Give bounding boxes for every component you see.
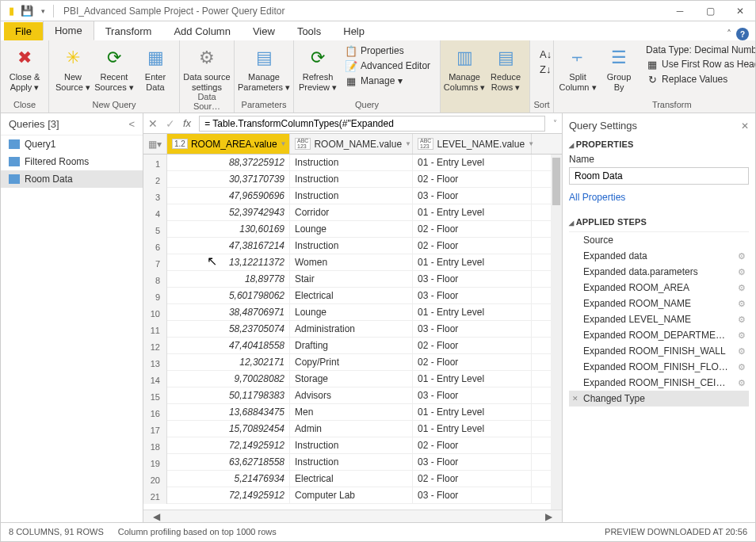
applied-step[interactable]: Source (569, 232, 749, 248)
cell-level[interactable]: 03 - Floor (413, 487, 532, 503)
table-row[interactable]: 647,38167214Instruction02 - Floor (143, 238, 562, 254)
cell-name[interactable]: Instruction (290, 238, 413, 254)
applied-step[interactable]: Expanded ROOM_NAME⚙ (569, 296, 749, 311)
table-row[interactable]: 1715,70892454Admin01 - Entry Level (143, 421, 562, 437)
cell-name[interactable]: Instruction (290, 188, 413, 204)
data-type-button[interactable]: Data Type: Decimal Number ▾ (643, 44, 756, 56)
table-row[interactable]: 452,39742943Corridor01 - Entry Level (143, 204, 562, 221)
cell-area[interactable]: 13,12211372 (167, 254, 290, 270)
cell-level[interactable]: 02 - Floor (413, 221, 532, 237)
row-header[interactable]: 7 (143, 254, 167, 271)
gear-icon[interactable]: ⚙ (738, 251, 746, 261)
maximize-button[interactable]: ▢ (695, 1, 725, 21)
row-header[interactable]: 10 (143, 304, 167, 321)
cell-name[interactable]: Copy/Print (290, 354, 413, 370)
cell-area[interactable]: 18,89778 (167, 271, 290, 287)
cell-level[interactable]: 02 - Floor (413, 471, 532, 487)
vertical-scrollbar[interactable] (551, 155, 562, 510)
applied-step[interactable]: Expanded LEVEL_NAME⚙ (569, 311, 749, 327)
cell-name[interactable]: Instruction (290, 454, 413, 470)
gear-icon[interactable]: ⚙ (738, 267, 746, 277)
applied-step[interactable]: Expanded ROOM_FINISH_FLO…⚙ (569, 359, 749, 375)
cell-level[interactable]: 02 - Floor (413, 338, 532, 353)
gear-icon[interactable]: ⚙ (738, 378, 746, 388)
collapse-ribbon-icon[interactable]: ˄ (727, 29, 731, 40)
row-header[interactable]: 6 (143, 238, 167, 254)
refresh-preview-button[interactable]: ⟳Refresh Preview ▾ (297, 42, 338, 100)
tab-transform[interactable]: Transform (94, 22, 163, 40)
row-header[interactable]: 14 (143, 371, 167, 387)
save-icon[interactable]: 💾 (20, 4, 34, 18)
row-header[interactable]: 17 (143, 421, 167, 437)
applied-steps-section[interactable]: APPLIED STEPS (569, 212, 749, 228)
gear-icon[interactable]: ⚙ (738, 330, 746, 341)
collapse-queries-icon[interactable]: < (128, 118, 135, 130)
enter-data-button[interactable]: ▦Enter Data (135, 42, 176, 100)
row-header[interactable]: 3 (143, 188, 167, 204)
row-header[interactable]: 21 (143, 487, 167, 504)
cell-level[interactable]: 03 - Floor (413, 271, 532, 287)
manage-parameters-button[interactable]: ▤Manage Parameters ▾ (238, 42, 290, 100)
table-corner-icon[interactable]: ▦▾ (143, 134, 167, 154)
table-row[interactable]: 1158,23705074Administration03 - Floor (143, 321, 562, 338)
sort-asc-button[interactable]: A↓ (536, 47, 547, 61)
cell-name[interactable]: Instruction (290, 437, 413, 453)
tab-tools[interactable]: Tools (286, 22, 332, 40)
qat-chevron-icon[interactable]: ▾ (36, 4, 50, 18)
split-column-button[interactable]: ⫟Split Column ▾ (557, 42, 598, 100)
row-header[interactable]: 11 (143, 321, 167, 338)
table-row[interactable]: 713,12211372Women01 - Entry Level (143, 254, 562, 271)
cell-name[interactable]: Lounge (290, 304, 413, 320)
applied-step[interactable]: Expanded ROOM_AREA⚙ (569, 280, 749, 296)
tab-view[interactable]: View (242, 22, 286, 40)
cell-name[interactable]: Admin (290, 421, 413, 437)
cell-area[interactable]: 52,39742943 (167, 204, 290, 220)
properties-button[interactable]: 📋Properties (342, 44, 433, 58)
table-row[interactable]: 95,601798062Electrical03 - Floor (143, 288, 562, 304)
cell-area[interactable]: 130,60169 (167, 221, 290, 237)
query-item[interactable]: Query1 (1, 136, 143, 153)
cell-name[interactable]: Corridor (290, 204, 413, 220)
gear-icon[interactable]: ⚙ (738, 283, 746, 293)
cell-name[interactable]: Advisors (290, 387, 413, 403)
data-source-settings-button[interactable]: ⚙Data source settings (183, 42, 231, 92)
expand-fx-icon[interactable]: ˅ (553, 119, 557, 128)
row-header[interactable]: 18 (143, 437, 167, 454)
row-header[interactable]: 19 (143, 454, 167, 471)
properties-section[interactable]: PROPERTIES (569, 135, 749, 151)
row-header[interactable]: 16 (143, 404, 167, 421)
accept-fx-icon[interactable]: ✓ (166, 117, 175, 130)
all-properties-link[interactable]: All Properties (569, 187, 625, 204)
cell-area[interactable]: 12,302171 (167, 354, 290, 370)
gear-icon[interactable]: ⚙ (738, 315, 746, 325)
cell-level[interactable]: 01 - Entry Level (413, 371, 532, 387)
close-button[interactable]: ✕ (725, 1, 755, 21)
gear-icon[interactable]: ⚙ (738, 362, 746, 372)
replace-values-button[interactable]: ↻Replace Values (643, 72, 756, 86)
cell-level[interactable]: 03 - Floor (413, 387, 532, 403)
row-header[interactable]: 20 (143, 471, 167, 487)
cell-level[interactable]: 01 - Entry Level (413, 404, 532, 420)
reduce-rows-button[interactable]: ▤Reduce Rows ▾ (485, 42, 526, 109)
gear-icon[interactable]: ⚙ (738, 346, 746, 357)
cell-level[interactable]: 03 - Floor (413, 188, 532, 204)
cell-area[interactable]: 5,21476934 (167, 471, 290, 487)
table-row[interactable]: 1613,68843475Men01 - Entry Level (143, 404, 562, 421)
cell-area[interactable]: 47,40418558 (167, 338, 290, 353)
row-header[interactable]: 15 (143, 387, 167, 404)
cell-area[interactable]: 15,70892454 (167, 421, 290, 437)
cell-area[interactable]: 9,70028082 (167, 371, 290, 387)
table-row[interactable]: 2172,14925912Computer Lab03 - Floor (143, 487, 562, 504)
cell-level[interactable]: 02 - Floor (413, 354, 532, 370)
cell-area[interactable]: 38,48706971 (167, 304, 290, 320)
advanced-editor-button[interactable]: 📝Advanced Editor (342, 59, 433, 73)
help-icon[interactable]: ? (736, 28, 749, 40)
applied-step[interactable]: Expanded ROOM_DEPARTME…⚙ (569, 327, 749, 343)
cell-name[interactable]: Electrical (290, 471, 413, 487)
cell-name[interactable]: Computer Lab (290, 487, 413, 503)
table-row[interactable]: 1247,40418558Drafting02 - Floor (143, 338, 562, 354)
horizontal-scrollbar[interactable]: ◀▶ (143, 510, 562, 522)
cell-level[interactable]: 02 - Floor (413, 238, 532, 254)
manage-columns-button[interactable]: ▥Manage Columns ▾ (444, 42, 485, 109)
cancel-fx-icon[interactable]: ✕ (148, 117, 158, 130)
